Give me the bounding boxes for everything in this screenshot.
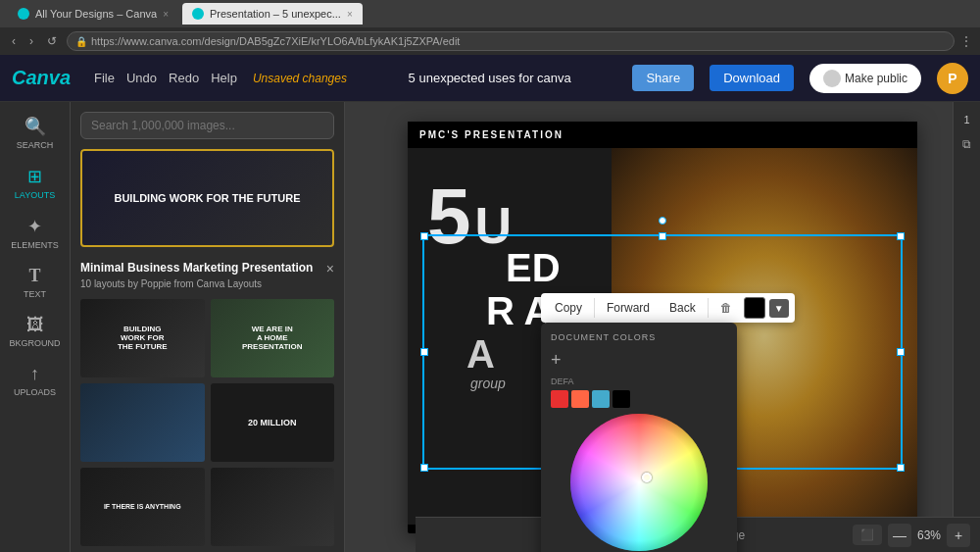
thumb-text-1: BUILDINGWORK FORTHE FUTURE [118,325,168,351]
template-thumb-2[interactable]: WE ARE INA HOMEPRESENTATION [211,299,335,377]
menu-undo[interactable]: Undo [126,71,157,85]
tab-all-designs[interactable]: All Your Designs – Canva × [8,3,178,25]
color-swatches-row [551,390,727,408]
tab-bar: All Your Designs – Canva × Presentation … [0,0,980,27]
elements-icon: ✦ [27,216,42,237]
canvas-header: PMC'S PRESENTATION [408,122,917,148]
zoom-in-button[interactable]: + [947,524,970,547]
thumb-text-4: 20 MILLION [248,418,297,427]
template-thumb-5[interactable]: IF THERE IS ANYTHING [80,468,205,546]
sidebar-item-elements[interactable]: ✦ ELEMENTS [0,210,70,256]
search-input[interactable] [80,112,334,139]
thumb-text-2: WE ARE INA HOMEPRESENTATION [242,325,302,351]
url-box[interactable]: 🔒 https://www.canva.com/design/DAB5gZc7X… [67,31,955,51]
swatch-orange[interactable] [571,390,589,408]
template-main-text: BUILDING WORK FOR THE FUTURE [114,191,300,205]
canvas-text-ed: ED [506,246,561,289]
swatch-blue[interactable] [592,390,610,408]
sidebar-item-background[interactable]: 🖼 BKGROUND [0,309,70,354]
template-grid: BUILDINGWORK FORTHE FUTURE WE ARE INA HO… [80,299,334,546]
back-button[interactable]: Back [662,297,704,319]
unsaved-changes: Unsaved changes [253,72,347,85]
template-thumb-1[interactable]: BUILDINGWORK FORTHE FUTURE [80,299,205,377]
right-panel: 1 ⧉ [953,102,980,517]
zoom-out-button[interactable]: — [888,524,911,547]
presentation-icon: ⬛ [860,528,874,541]
search-icon: 🔍 [24,116,46,137]
add-color-button[interactable]: + [551,350,727,371]
template-thumb-3[interactable] [80,383,205,462]
template-thumb-4[interactable]: 20 MILLION [211,383,335,462]
secure-icon: 🔒 [75,36,87,47]
browser-menu-icon[interactable]: ⋮ [960,34,972,48]
forward-nav-btn[interactable]: › [25,32,37,50]
template-info: Minimal Business Marketing Presentation … [80,261,334,289]
handle-bl[interactable] [420,464,428,472]
canvas-header-text: PMC'S PRESENTATION [419,129,564,140]
make-public-label: Make public [845,72,907,85]
make-public-icon [823,70,841,87]
swatch-black[interactable] [612,390,630,408]
default-colors-label: DEFA [551,376,727,386]
browser-chrome: All Your Designs – Canva × Presentation … [0,0,980,55]
avatar[interactable]: P [937,63,968,94]
template-main-thumb[interactable]: BUILDING WORK FOR THE FUTURE [80,149,334,247]
canvas-toolbar: Copy Forward Back 🗑 ▼ [541,293,795,323]
address-bar: ‹ › ↺ 🔒 https://www.canva.com/design/DAB… [0,27,980,55]
color-dropdown-button[interactable]: ▼ [769,299,789,318]
tab-presentation[interactable]: Presentation – 5 unexpec... × [182,3,363,25]
layouts-icon: ⊞ [27,166,42,187]
sidebar-item-layouts-label: LAYOUTS [15,190,55,200]
copy-button[interactable]: Copy [547,297,590,319]
header-menu: File Undo Redo Help [94,71,237,85]
color-picker-header: DOCUMENT COLORS [551,332,727,342]
refresh-btn[interactable]: ↺ [43,32,61,50]
color-swatch[interactable] [744,297,765,319]
color-wheel-container[interactable] [556,414,722,551]
canvas-big-u: U [475,200,513,251]
template-sub: 10 layouts by Poppie from Canva Layouts [80,278,313,289]
menu-redo[interactable]: Redo [169,71,199,85]
duplicate-page-icon[interactable]: ⧉ [962,137,971,151]
menu-file[interactable]: File [94,71,115,85]
color-wheel-cursor[interactable] [642,473,652,482]
download-button[interactable]: Download [710,65,794,91]
tab-favicon [18,8,29,20]
menu-help[interactable]: Help [211,71,237,85]
sidebar-item-bkground-label: BKGROUND [9,338,60,348]
main-layout: 🔍 SEARCH ⊞ LAYOUTS ✦ ELEMENTS T TEXT 🖼 B… [0,102,980,552]
tab-close-active-icon[interactable]: × [347,9,353,20]
sidebar-item-layouts[interactable]: ⊞ LAYOUTS [0,160,70,206]
presentation-button[interactable]: ⬛ [853,525,882,545]
tab-close-icon[interactable]: × [163,9,169,20]
color-picker-popup: DOCUMENT COLORS + DEFA Color [541,323,737,552]
doc-title: 5 unexpected uses for canva [409,71,571,85]
toolbar-sep-1 [594,298,595,318]
share-button[interactable]: Share [632,65,694,91]
sidebar: BUILDING WORK FOR THE FUTURE Minimal Bus… [71,102,345,552]
back-nav-btn[interactable]: ‹ [8,32,20,50]
sidebar-item-search[interactable]: 🔍 SEARCH [0,110,70,156]
sidebar-item-uploads-label: UPLOADS [14,387,56,397]
uploads-icon: ↑ [30,364,39,384]
template-details: Minimal Business Marketing Presentation … [80,261,313,289]
canvas-area[interactable]: PMC'S PRESENTATION 5 U ED R A A group [345,102,980,552]
template-preview: BUILDING WORK FOR THE FUTURE [80,149,334,253]
sidebar-item-uploads[interactable]: ↑ UPLOADS [0,358,70,403]
toolbar-sep-2 [708,298,709,318]
swatch-red[interactable] [551,390,568,408]
close-template-button[interactable]: × [326,261,334,276]
delete-button[interactable]: 🗑 [712,297,740,319]
make-public-button[interactable]: Make public [809,64,921,93]
tab-favicon-active [192,8,204,20]
app-header: Canva File Undo Redo Help Unsaved change… [0,55,980,102]
zoom-value: 63% [917,528,941,542]
template-name: Minimal Business Marketing Presentation [80,261,313,276]
sidebar-item-text[interactable]: T TEXT [0,260,70,305]
canva-logo: Canva [12,67,71,89]
sidebar-item-elements-label: ELEMENTS [11,240,59,250]
forward-button[interactable]: Forward [599,297,658,319]
left-panel: 🔍 SEARCH ⊞ LAYOUTS ✦ ELEMENTS T TEXT 🖼 B… [0,102,71,552]
thumb-text-5: IF THERE IS ANYTHING [104,503,181,510]
template-thumb-6[interactable] [211,468,335,546]
